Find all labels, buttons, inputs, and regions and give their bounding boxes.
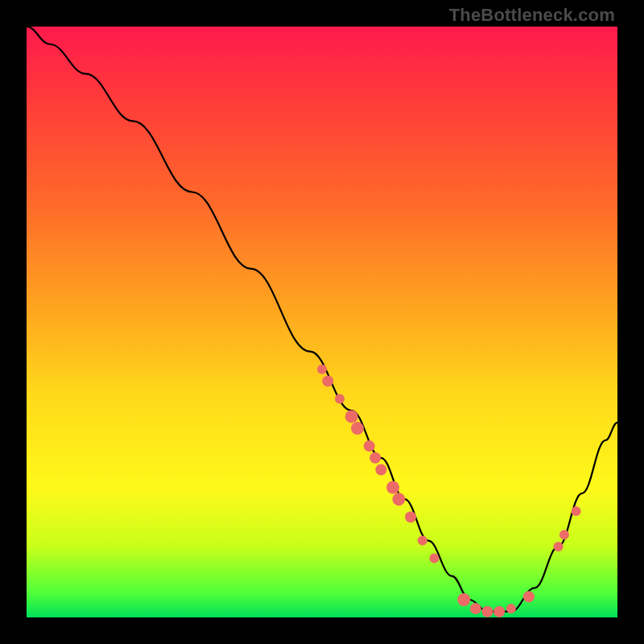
data-marker: [386, 481, 399, 494]
data-marker: [392, 493, 405, 506]
data-marker: [335, 394, 345, 403]
data-marker: [418, 536, 427, 546]
data-marker: [322, 375, 333, 386]
chart-frame: TheBottleneck.com: [0, 0, 644, 644]
data-marker: [364, 440, 375, 452]
bottleneck-curve: [27, 27, 617, 612]
data-marker: [554, 542, 564, 551]
data-marker: [351, 422, 364, 435]
watermark-text: TheBottleneck.com: [449, 5, 615, 26]
data-marker: [405, 511, 416, 522]
chart-svg: [27, 27, 617, 617]
chart-plot-area: [27, 27, 617, 617]
data-marker: [506, 604, 516, 613]
data-marker: [317, 365, 327, 374]
data-marker: [457, 593, 470, 606]
data-marker: [345, 410, 358, 423]
data-marker: [482, 606, 493, 617]
data-marker: [493, 606, 505, 617]
data-marker: [430, 554, 440, 564]
data-marker: [559, 530, 569, 539]
data-marker: [369, 452, 381, 464]
data-marker: [470, 603, 481, 614]
data-marker: [375, 464, 386, 476]
data-marker: [572, 506, 581, 516]
data-marker: [523, 591, 535, 602]
